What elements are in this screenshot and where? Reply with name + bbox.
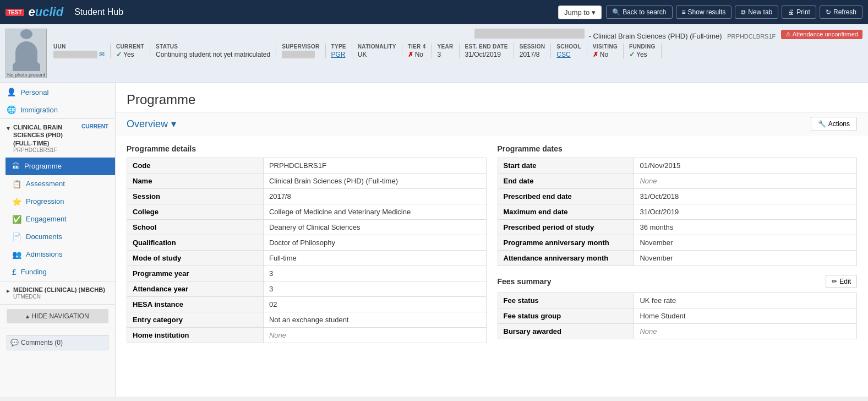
table-row: Code PRPHDCLBRS1F bbox=[127, 158, 487, 174]
sidebar-item-documents[interactable]: 📄 Documents bbox=[6, 228, 115, 246]
supervisor-blur bbox=[282, 51, 315, 58]
personal-icon: 👤 bbox=[7, 88, 16, 96]
sidebar-item-immigration[interactable]: 🌐 Immigration bbox=[0, 101, 115, 118]
table-row: Qualification Doctor of Philosophy bbox=[127, 235, 487, 251]
table-row: Prescribed period of study 36 months bbox=[498, 220, 857, 235]
detail-label: Programme year bbox=[127, 266, 264, 281]
table-row: Maximum end date 31/Oct/2019 bbox=[498, 204, 857, 220]
overview-section-header: Overview ▾ 🔧 Actions bbox=[116, 112, 868, 136]
show-results-button[interactable]: ≡ Show results bbox=[676, 6, 732, 19]
overview-title[interactable]: Overview ▾ bbox=[127, 118, 176, 130]
sidebar-item-engagement[interactable]: ✅ Engagement bbox=[6, 210, 115, 228]
sidebar-item-progression[interactable]: ⭐ Progression bbox=[6, 193, 115, 210]
sidebar-comments-area: 💬 Comments (0) bbox=[0, 328, 115, 355]
sidebar-sub-items-programme: 🏛 Programme 📋 Assessment ⭐ Progression ✅… bbox=[0, 158, 115, 281]
table-row: Programme year 3 bbox=[127, 266, 487, 281]
field-tier4: TIER 4 ✗ No bbox=[402, 44, 432, 58]
main-layout: 👤 Personal 🌐 Immigration ▾ CLINICAL BRAI… bbox=[0, 83, 868, 397]
fee-value: UK fee rate bbox=[634, 293, 857, 308]
table-row: Mode of study Full-time bbox=[127, 251, 487, 266]
immigration-icon: 🌐 bbox=[7, 105, 16, 114]
sidebar-item-funding[interactable]: £ Funding bbox=[6, 263, 115, 281]
detail-value: Not an exchange student bbox=[263, 312, 486, 328]
field-status: STATUS Continuing student not yet matric… bbox=[150, 44, 276, 58]
table-row: Attendance year 3 bbox=[127, 281, 487, 297]
detail-value: 3 bbox=[263, 281, 486, 297]
detail-value: Clinical Brain Sciences (PHD) (Full-time… bbox=[263, 174, 486, 189]
date-value: 01/Nov/2015 bbox=[634, 158, 857, 174]
sidebar-item-personal[interactable]: 👤 Personal bbox=[0, 83, 115, 101]
field-supervisor: SUPERVISOR bbox=[276, 44, 325, 58]
detail-label: Mode of study bbox=[127, 251, 264, 266]
table-row: HESA instance 02 bbox=[127, 297, 487, 312]
field-funding: FUNDING ✓ Yes bbox=[624, 44, 662, 58]
date-value: November bbox=[634, 235, 857, 251]
tier4-cross-icon: ✗ bbox=[408, 51, 413, 58]
engagement-icon: ✅ bbox=[12, 215, 21, 224]
table-row: Home institution None bbox=[127, 328, 487, 343]
uun-blur bbox=[53, 51, 97, 58]
detail-label: Home institution bbox=[127, 328, 264, 343]
jump-to-button[interactable]: Jump to ▾ bbox=[558, 6, 602, 19]
refresh-button[interactable]: ↻ Refresh bbox=[820, 6, 862, 19]
field-visiting: VISITING ✗ No bbox=[587, 44, 624, 58]
programme-details-table: Code PRPHDCLBRS1F Name Clinical Brain Sc… bbox=[127, 158, 487, 343]
date-label: Prescribed end date bbox=[498, 189, 634, 204]
sidebar-programme-header[interactable]: ▾ CLINICAL BRAIN SCIENCES (PHD) (FULL-TI… bbox=[0, 119, 115, 158]
assessment-icon: 📋 bbox=[12, 180, 21, 188]
sidebar-section-personal: 👤 Personal 🌐 Immigration bbox=[0, 83, 115, 119]
date-label: Programme anniversary month bbox=[498, 235, 634, 251]
date-label: End date bbox=[498, 174, 634, 189]
visiting-cross-icon: ✗ bbox=[593, 51, 598, 58]
sidebar-section-programme: ▾ CLINICAL BRAIN SCIENCES (PHD) (FULL-TI… bbox=[0, 119, 115, 281]
sidebar-item-assessment[interactable]: 📋 Assessment bbox=[6, 175, 115, 193]
search-icon: 🔍 bbox=[612, 8, 620, 16]
sidebar-item-admissions[interactable]: 👥 Admissions bbox=[6, 246, 115, 263]
content-area: Programme Overview ▾ 🔧 Actions Programme… bbox=[116, 83, 868, 397]
detail-label: College bbox=[127, 204, 264, 220]
comments-button[interactable]: 💬 Comments (0) bbox=[7, 335, 108, 350]
date-label: Maximum end date bbox=[498, 204, 634, 220]
new-tab-button[interactable]: ⧉ New tab bbox=[735, 6, 778, 19]
hide-navigation-button[interactable]: ▴ HIDE NAVIGATION bbox=[7, 309, 108, 323]
actions-button[interactable]: 🔧 Actions bbox=[811, 117, 857, 131]
sidebar-item-programme[interactable]: 🏛 Programme bbox=[6, 158, 115, 175]
sidebar-bottom: ▴ HIDE NAVIGATION bbox=[0, 305, 115, 328]
sidebar-medicine-header[interactable]: ▸ MEDICINE (CLINICAL) (MBCHB) UTMEDCN bbox=[0, 281, 115, 304]
chevron-down-icon: ▾ bbox=[171, 118, 176, 130]
field-year: YEAR 3 bbox=[432, 44, 460, 58]
fees-table: Fee status UK fee rate Fee status group … bbox=[498, 292, 858, 339]
date-value: 36 months bbox=[634, 220, 857, 235]
detail-value: PRPHDCLBRS1F bbox=[263, 158, 486, 174]
table-row: Prescribed end date 31/Oct/2018 bbox=[498, 189, 857, 204]
fee-label: Fee status bbox=[498, 293, 634, 308]
programme-details-title: Programme details bbox=[127, 144, 487, 153]
wrench-icon: 🔧 bbox=[818, 120, 826, 128]
pencil-icon: ✏ bbox=[832, 278, 837, 285]
student-photo: No photo present bbox=[6, 29, 47, 78]
field-nationality: NATIONALITY UK bbox=[352, 44, 402, 58]
field-est-end-date: EST. END DATE 31/Oct/2019 bbox=[460, 44, 514, 58]
expand-icon: ▸ bbox=[7, 287, 10, 295]
table-row: Fee status group Home Student bbox=[498, 308, 857, 324]
app-title: Student Hub bbox=[74, 7, 123, 17]
date-label: Prescribed period of study bbox=[498, 220, 634, 235]
print-button[interactable]: 🖨 Print bbox=[782, 6, 816, 19]
logo-text: euclid bbox=[29, 5, 64, 19]
back-to-search-button[interactable]: 🔍 Back to search bbox=[606, 6, 672, 19]
table-row: Programme anniversary month November bbox=[498, 235, 857, 251]
newtab-icon: ⧉ bbox=[741, 8, 746, 16]
date-label: Attendance anniversary month bbox=[498, 251, 634, 266]
fees-edit-button[interactable]: ✏ Edit bbox=[826, 275, 857, 288]
attendance-unconfirmed-badge: ⚠ Attendance unconfirmed bbox=[781, 30, 862, 39]
detail-value: Doctor of Philosophy bbox=[263, 235, 486, 251]
detail-label: School bbox=[127, 220, 264, 235]
table-row: Start date 01/Nov/2015 bbox=[498, 158, 857, 174]
sidebar: 👤 Personal 🌐 Immigration ▾ CLINICAL BRAI… bbox=[0, 83, 116, 397]
date-value: November bbox=[634, 251, 857, 266]
detail-label: Name bbox=[127, 174, 264, 189]
table-row: College College of Medicine and Veterina… bbox=[127, 204, 487, 220]
detail-value: 3 bbox=[263, 266, 486, 281]
documents-icon: 📄 bbox=[12, 232, 21, 241]
email-icon[interactable]: ✉ bbox=[99, 51, 105, 58]
